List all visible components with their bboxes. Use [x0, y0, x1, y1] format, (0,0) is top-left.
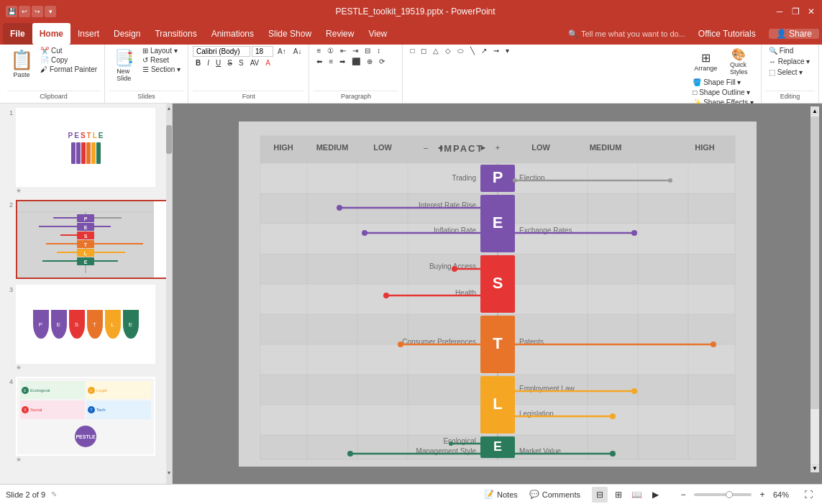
- shape-4[interactable]: ◇: [442, 46, 454, 55]
- customize-icon[interactable]: ▾: [45, 6, 56, 17]
- reset-button[interactable]: ↺ Reset: [140, 55, 183, 65]
- font-color-btn[interactable]: A: [262, 58, 273, 68]
- svg-point-68: [668, 178, 672, 183]
- thumb-img-2[interactable]: P E S T L E: [16, 200, 168, 279]
- smart-art-btn[interactable]: ⟳: [376, 57, 388, 66]
- line-spacing-btn[interactable]: ↕: [374, 46, 383, 55]
- arrange-button[interactable]: ⊞ Arrange: [690, 50, 721, 73]
- align-right-btn[interactable]: ➡: [337, 57, 348, 66]
- underline-btn[interactable]: U: [213, 58, 224, 68]
- menu-share[interactable]: 👤 Share: [769, 29, 819, 39]
- slideshow-btn[interactable]: ▶: [648, 487, 664, 503]
- justify-btn[interactable]: ⬛: [349, 57, 363, 66]
- increase-indent-btn[interactable]: ⇥: [350, 46, 361, 55]
- font-row2: B I U S S AV A: [193, 58, 273, 68]
- restore-btn[interactable]: ❐: [790, 6, 800, 17]
- strikethrough-btn[interactable]: S: [224, 58, 235, 68]
- bullets-btn[interactable]: ≡: [314, 46, 324, 55]
- align-left-btn[interactable]: ⬅: [314, 57, 325, 66]
- svg-text:T: T: [493, 334, 503, 352]
- thumb-img-4[interactable]: E Ecological L Legal S Social T: [16, 377, 155, 456]
- clipboard-label: Clipboard: [7, 91, 100, 101]
- reading-view-btn[interactable]: 📖: [629, 487, 645, 503]
- fit-window-btn[interactable]: ⛶: [800, 487, 816, 503]
- font-name-input[interactable]: Calibri (Body): [193, 46, 250, 57]
- thumb-panel[interactable]: 1 P E S T L E: [0, 104, 173, 484]
- shape-fill-button[interactable]: 🪣 Shape Fill ▾: [690, 78, 757, 87]
- text-shadow-btn[interactable]: S: [236, 58, 247, 68]
- layout-button[interactable]: ⊞ Layout ▾: [140, 46, 183, 55]
- menu-review[interactable]: Review: [319, 23, 361, 45]
- scroll-up-arrow[interactable]: ▲: [166, 105, 172, 111]
- scroll-down-arrow[interactable]: ▼: [166, 469, 172, 475]
- bold-btn[interactable]: B: [193, 58, 204, 68]
- section-button[interactable]: ☰ Section ▾: [140, 65, 183, 74]
- shape-1[interactable]: □: [407, 46, 417, 55]
- thumb-item-2[interactable]: 2: [3, 198, 169, 280]
- undo-icon[interactable]: ↩: [19, 6, 30, 17]
- decrease-indent-btn[interactable]: ⇤: [337, 46, 349, 55]
- columns-btn[interactable]: ⊟: [362, 46, 373, 55]
- zoom-out-btn[interactable]: −: [675, 487, 691, 503]
- redo-icon[interactable]: ↪: [32, 6, 43, 17]
- thumb-scrollbar-thumb[interactable]: [166, 125, 172, 154]
- close-btn[interactable]: ✕: [806, 6, 816, 17]
- notes-btn[interactable]: 📝 Notes: [484, 490, 518, 499]
- shape-7[interactable]: ↗: [478, 46, 490, 55]
- drawing-right: ⊞ Arrange 🎨 QuickStyles 🪣 Shape Fill ▾ □…: [690, 46, 757, 107]
- thumb-scrollbar[interactable]: ▼ ▲: [166, 104, 172, 484]
- copy-button[interactable]: 📄 Copy: [37, 55, 100, 65]
- menu-file[interactable]: File: [3, 23, 32, 45]
- minimize-btn[interactable]: ─: [775, 6, 785, 17]
- italic-btn[interactable]: I: [204, 58, 212, 68]
- canvas-scroll-top[interactable]: ▲: [810, 106, 819, 115]
- text-dir-btn[interactable]: ⊕: [364, 57, 375, 66]
- quick-styles-button[interactable]: 🎨 QuickStyles: [723, 46, 754, 77]
- shape-6[interactable]: ╲: [467, 46, 478, 55]
- font-size-input[interactable]: 18: [252, 46, 273, 57]
- thumb-item-3[interactable]: 3 P E S T L E ★: [3, 283, 169, 372]
- comments-btn[interactable]: 💬 Comments: [529, 490, 580, 499]
- menu-slideshow[interactable]: Slide Show: [261, 23, 319, 45]
- menu-home[interactable]: Home: [32, 23, 70, 45]
- thumb-img-1[interactable]: P E S T L E: [16, 108, 155, 187]
- menu-view[interactable]: View: [361, 23, 394, 45]
- slide-sorter-btn[interactable]: ⊞: [611, 487, 626, 503]
- save-icon[interactable]: 💾: [6, 6, 17, 17]
- normal-view-btn[interactable]: ⊟: [592, 487, 608, 503]
- menu-design[interactable]: Design: [106, 23, 147, 45]
- font-size-up[interactable]: A↑: [275, 47, 289, 56]
- shape-2[interactable]: ◻: [418, 46, 429, 55]
- canvas-scroll-bottom[interactable]: ▼: [810, 464, 819, 472]
- menu-animations[interactable]: Animations: [204, 23, 261, 45]
- canvas-vscroll-thumb[interactable]: [810, 116, 819, 409]
- select-button[interactable]: ⬚ Select ▾: [766, 68, 805, 77]
- shape-tools: □ ◻ △ ◇ ⬭ ╲ ↗ ➞ ▾: [407, 46, 685, 107]
- zoom-thumb[interactable]: [726, 491, 733, 498]
- align-center-btn[interactable]: ≡: [326, 57, 336, 66]
- thumb-item-4[interactable]: 4 E Ecological L Legal S: [3, 375, 169, 464]
- find-button[interactable]: 🔍 Find: [766, 46, 796, 55]
- char-spacing-btn[interactable]: AV: [247, 58, 262, 68]
- menu-insert[interactable]: Insert: [70, 23, 106, 45]
- shape-outline-button[interactable]: □ Shape Outline ▾: [690, 88, 757, 97]
- zoom-in-btn[interactable]: +: [754, 487, 770, 503]
- menu-office-tutorials[interactable]: Office Tutorials: [691, 29, 763, 39]
- shape-3[interactable]: △: [430, 46, 442, 55]
- format-painter-button[interactable]: 🖌 Format Painter: [37, 65, 100, 74]
- canvas-vscrollbar[interactable]: [810, 106, 819, 472]
- new-slide-button[interactable]: 📑 NewSlide: [109, 46, 138, 85]
- search-box[interactable]: 🔍 Tell me what you want to do...: [568, 29, 685, 39]
- shape-arrow-more[interactable]: ▾: [503, 46, 512, 55]
- shape-8[interactable]: ➞: [490, 46, 502, 55]
- replace-button[interactable]: ↔ Replace ▾: [766, 57, 813, 66]
- thumb-item-1[interactable]: 1 P E S T L E: [3, 106, 169, 196]
- cut-button[interactable]: ✂️ Cut: [37, 46, 100, 55]
- paste-button[interactable]: 📋 Paste: [7, 46, 36, 81]
- thumb-img-3[interactable]: P E S T L E: [16, 285, 155, 364]
- numbered-btn[interactable]: ①: [324, 46, 337, 55]
- menu-transitions[interactable]: Transitions: [147, 23, 204, 45]
- zoom-slider[interactable]: [694, 493, 752, 496]
- shape-5[interactable]: ⬭: [455, 46, 467, 56]
- font-size-down[interactable]: A↓: [291, 47, 305, 56]
